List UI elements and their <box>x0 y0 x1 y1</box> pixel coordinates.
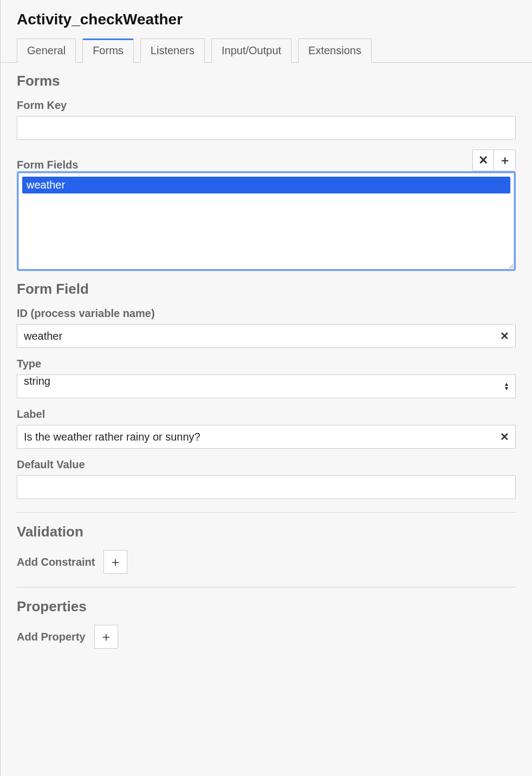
form-fields-listbox[interactable]: weather <box>18 173 514 269</box>
properties-panel: Activity_checkWeather General Forms List… <box>0 0 532 776</box>
tab-listeners[interactable]: Listeners <box>140 38 205 63</box>
forms-heading: Forms <box>17 73 516 89</box>
close-icon: ✕ <box>500 431 509 443</box>
add-property-row: Add Property ＋ <box>17 625 516 649</box>
default-value-input[interactable] <box>17 475 516 499</box>
tab-general[interactable]: General <box>17 38 76 63</box>
close-icon: ✕ <box>478 153 488 167</box>
add-property-label: Add Property <box>17 631 86 643</box>
clear-id-button[interactable]: ✕ <box>500 329 509 342</box>
add-constraint-row: Add Constraint ＋ <box>17 550 516 574</box>
add-constraint-label: Add Constraint <box>17 556 95 568</box>
add-property-button[interactable]: ＋ <box>94 625 118 649</box>
default-value-label: Default Value <box>17 458 516 471</box>
form-key-group: Form Key <box>17 99 516 140</box>
id-group: ID (process variable name) ✕ <box>17 307 516 348</box>
tab-input-output[interactable]: Input/Output <box>211 38 291 63</box>
form-fields-listbox-wrapper: weather <box>17 171 516 271</box>
close-icon: ✕ <box>500 330 509 342</box>
form-key-input[interactable] <box>17 116 516 140</box>
type-label: Type <box>17 358 516 370</box>
page-title: Activity_checkWeather <box>17 11 516 28</box>
id-label: ID (process variable name) <box>17 307 516 320</box>
divider <box>17 587 516 587</box>
type-group: Type string ▲▼ <box>17 358 516 398</box>
tab-forms[interactable]: Forms <box>82 38 134 63</box>
properties-heading: Properties <box>17 598 516 615</box>
add-form-field-button[interactable]: ＋ <box>494 150 516 171</box>
add-constraint-button[interactable]: ＋ <box>103 550 127 574</box>
type-select[interactable]: string <box>17 374 516 398</box>
remove-form-field-button[interactable]: ✕ <box>472 150 494 171</box>
form-fields-group: Form Fields ✕ ＋ weather <box>17 150 516 271</box>
form-fields-label: Form Fields <box>17 159 78 171</box>
validation-heading: Validation <box>17 523 516 540</box>
label-label: Label <box>17 408 516 421</box>
plus-icon: ＋ <box>499 152 511 169</box>
tabs: General Forms Listeners Input/Output Ext… <box>1 38 532 63</box>
list-item[interactable]: weather <box>22 177 510 193</box>
form-field-heading: Form Field <box>17 281 516 298</box>
label-group: Label ✕ <box>17 408 516 449</box>
tab-extensions[interactable]: Extensions <box>298 38 372 63</box>
form-key-label: Form Key <box>17 99 516 112</box>
label-input[interactable] <box>17 425 516 449</box>
plus-icon: ＋ <box>109 553 122 571</box>
clear-label-button[interactable]: ✕ <box>500 430 509 443</box>
divider <box>17 512 516 513</box>
default-value-group: Default Value <box>17 458 516 499</box>
plus-icon: ＋ <box>100 628 113 645</box>
id-input[interactable] <box>17 324 516 348</box>
